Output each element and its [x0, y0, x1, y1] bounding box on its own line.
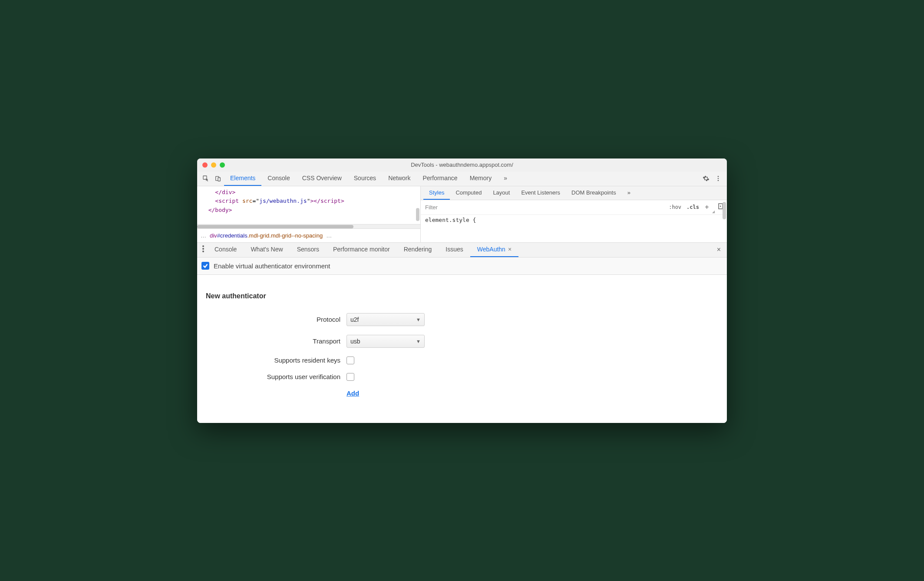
drawer-tab-webauthn[interactable]: WebAuthn× [470, 242, 518, 257]
tab-memory[interactable]: Memory [464, 171, 498, 186]
svg-point-9 [202, 248, 204, 250]
dom-tree[interactable]: </div> <script src="js/webauthn.js"></sc… [197, 186, 420, 228]
tab-network[interactable]: Network [382, 171, 416, 186]
titlebar: DevTools - webauthndemo.appspot.com/ [197, 158, 727, 172]
vertical-scrollbar[interactable] [416, 208, 419, 221]
drawer-tab-whatsnew[interactable]: What's New [244, 242, 290, 257]
cls-button[interactable]: .cls [684, 204, 702, 210]
subtab-dom-breakpoints[interactable]: DOM Breakpoints [566, 186, 622, 200]
breadcrumb-left-ellipsis[interactable]: … [201, 232, 206, 239]
enable-checkbox[interactable] [201, 262, 209, 270]
drawer-kebab-icon[interactable] [199, 245, 208, 254]
subtab-computed[interactable]: Computed [450, 186, 487, 200]
drawer-tab-console[interactable]: Console [208, 242, 244, 257]
tab-sources[interactable]: Sources [348, 171, 382, 186]
traffic-lights [202, 162, 225, 168]
transport-label: Transport [206, 337, 340, 345]
window-title: DevTools - webauthndemo.appspot.com/ [197, 162, 727, 168]
svg-point-10 [202, 251, 204, 252]
kebab-menu-icon[interactable] [712, 172, 724, 185]
breadcrumb[interactable]: … div#credentials.mdl-grid.mdl-grid--no-… [197, 228, 420, 242]
drawer-tabs: Console What's New Sensors Performance m… [197, 243, 727, 257]
element-style-rule[interactable]: element.style { [421, 215, 727, 225]
elements-pane: </div> <script src="js/webauthn.js"></sc… [197, 186, 421, 242]
styles-filter-row: :hov .cls + ◢ [421, 200, 727, 215]
new-authenticator-title: New authenticator [206, 292, 718, 300]
svg-point-3 [718, 176, 719, 177]
more-tabs-button[interactable]: » [498, 171, 513, 186]
minimize-window-button[interactable] [211, 162, 216, 168]
horizontal-scrollbar[interactable] [197, 224, 420, 228]
webauthn-content: New authenticator Protocol u2f▼ Transpor… [197, 275, 727, 423]
enable-label: Enable virtual authenticator environment [214, 262, 330, 270]
caret-down-icon: ▼ [416, 339, 421, 344]
caret-down-icon: ▼ [416, 317, 421, 322]
new-style-button[interactable]: + [702, 203, 712, 211]
tab-elements[interactable]: Elements [224, 171, 261, 186]
code-line[interactable]: <script src="js/webauthn.js"></script> [201, 197, 416, 206]
close-drawer-button[interactable]: × [713, 246, 725, 254]
gear-icon[interactable] [700, 172, 712, 185]
drawer-tab-sensors[interactable]: Sensors [290, 242, 326, 257]
more-subtabs-button[interactable]: » [622, 186, 636, 200]
subtab-event-listeners[interactable]: Event Listeners [515, 186, 566, 200]
enable-row: Enable virtual authenticator environment [197, 257, 727, 275]
svg-rect-2 [218, 178, 220, 181]
devtools-window: DevTools - webauthndemo.appspot.com/ Ele… [197, 158, 727, 423]
styles-pane: Styles Computed Layout Event Listeners D… [421, 186, 727, 242]
svg-point-5 [718, 180, 719, 181]
close-tab-icon[interactable]: × [508, 246, 512, 253]
drawer-tab-issues[interactable]: Issues [439, 242, 470, 257]
tab-console[interactable]: Console [261, 171, 296, 186]
protocol-select[interactable]: u2f▼ [346, 313, 425, 326]
hov-button[interactable]: :hov [666, 204, 684, 210]
styles-sub-tabs: Styles Computed Layout Event Listeners D… [421, 186, 727, 200]
styles-scrollbar[interactable] [723, 202, 726, 219]
breadcrumb-right-ellipsis[interactable]: … [326, 232, 332, 239]
subtab-layout[interactable]: Layout [487, 186, 515, 200]
subtab-styles[interactable]: Styles [423, 186, 450, 200]
svg-point-8 [202, 245, 204, 247]
device-toggle-icon[interactable] [212, 172, 224, 185]
inspect-icon[interactable] [200, 172, 212, 185]
tab-css-overview[interactable]: CSS Overview [296, 171, 348, 186]
close-window-button[interactable] [202, 162, 208, 168]
tab-performance[interactable]: Performance [416, 171, 463, 186]
style-corner-icon: ◢ [712, 210, 716, 214]
main-tabs: Elements Console CSS Overview Sources Ne… [197, 172, 727, 186]
user-verification-label: Supports user verification [206, 373, 340, 380]
code-line[interactable]: </body> [201, 206, 416, 215]
transport-select[interactable]: usb▼ [346, 335, 425, 348]
styles-filter-input[interactable] [421, 200, 666, 215]
drawer-tab-perf-monitor[interactable]: Performance monitor [326, 242, 397, 257]
user-verification-checkbox[interactable] [346, 373, 354, 381]
maximize-window-button[interactable] [220, 162, 225, 168]
add-button[interactable]: Add [346, 390, 718, 397]
breadcrumb-item[interactable]: div#credentials.mdl-grid.mdl-grid--no-sp… [210, 232, 323, 239]
code-line[interactable]: </div> [201, 188, 416, 197]
protocol-label: Protocol [206, 316, 340, 323]
svg-point-4 [718, 178, 719, 179]
split-panes: </div> <script src="js/webauthn.js"></sc… [197, 186, 727, 243]
resident-keys-checkbox[interactable] [346, 357, 354, 364]
resident-keys-label: Supports resident keys [206, 357, 340, 364]
drawer-tab-rendering[interactable]: Rendering [397, 242, 439, 257]
